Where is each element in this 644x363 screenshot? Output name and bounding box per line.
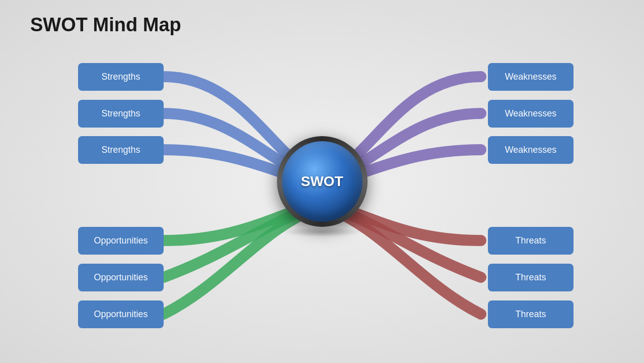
swot-label: SWOT: [301, 173, 343, 190]
opportunities-box-3: Opportunities: [78, 300, 164, 328]
threats-box-1: Threats: [488, 227, 574, 255]
weaknesses-box-2: Weaknesses: [488, 100, 574, 128]
strengths-box-3: Strengths: [78, 136, 164, 164]
strengths-box-1: Strengths: [78, 63, 164, 91]
threats-box-3: Threats: [488, 300, 574, 328]
circle-shadow: [282, 227, 363, 237]
opportunities-box-2: Opportunities: [78, 264, 164, 291]
swot-center-circle: SWOT: [277, 136, 368, 227]
strengths-box-2: Strengths: [78, 100, 164, 128]
page-title: SWOT Mind Map: [30, 14, 181, 36]
weaknesses-box-1: Weaknesses: [488, 63, 574, 91]
weaknesses-box-3: Weaknesses: [488, 136, 574, 164]
threats-box-2: Threats: [488, 264, 574, 291]
opportunities-box-1: Opportunities: [78, 227, 164, 255]
